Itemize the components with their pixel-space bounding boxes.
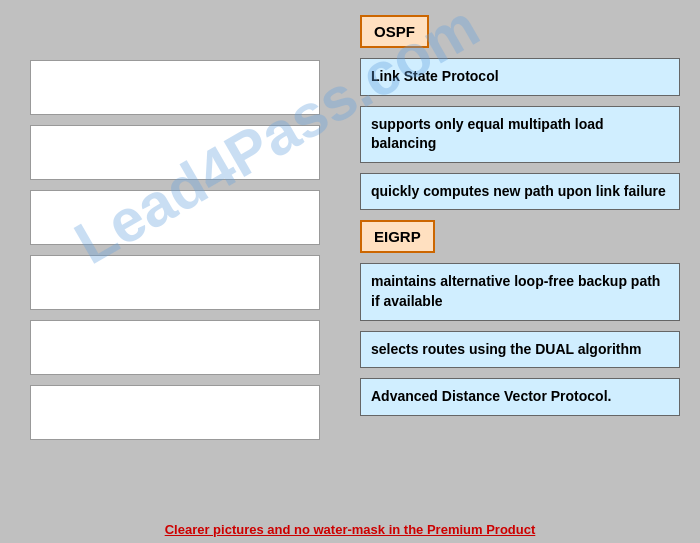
- drop-box-2[interactable]: [30, 125, 320, 180]
- multipath-info[interactable]: supports only equal multipath load balan…: [360, 106, 680, 163]
- drop-box-3[interactable]: [30, 190, 320, 245]
- drop-box-5[interactable]: [30, 320, 320, 375]
- ospf-label[interactable]: OSPF: [360, 15, 429, 48]
- link-state-info[interactable]: Link State Protocol: [360, 58, 680, 96]
- answer-column: OSPF Link State Protocol supports only e…: [360, 15, 680, 416]
- eigrp-label[interactable]: EIGRP: [360, 220, 435, 253]
- drop-box-1[interactable]: [30, 60, 320, 115]
- drop-box-4[interactable]: [30, 255, 320, 310]
- loop-free-info[interactable]: maintains alternative loop-free backup p…: [360, 263, 680, 320]
- drop-box-6[interactable]: [30, 385, 320, 440]
- drop-zone-column: [30, 60, 320, 440]
- main-container: OSPF Link State Protocol supports only e…: [0, 0, 700, 543]
- footer-link[interactable]: Clearer pictures and no water-mask in th…: [165, 522, 536, 537]
- dual-algo-info[interactable]: selects routes using the DUAL algorithm: [360, 331, 680, 369]
- footer-bar: Clearer pictures and no water-mask in th…: [0, 515, 700, 543]
- quick-path-info[interactable]: quickly computes new path upon link fail…: [360, 173, 680, 211]
- adv-distance-info[interactable]: Advanced Distance Vector Protocol.: [360, 378, 680, 416]
